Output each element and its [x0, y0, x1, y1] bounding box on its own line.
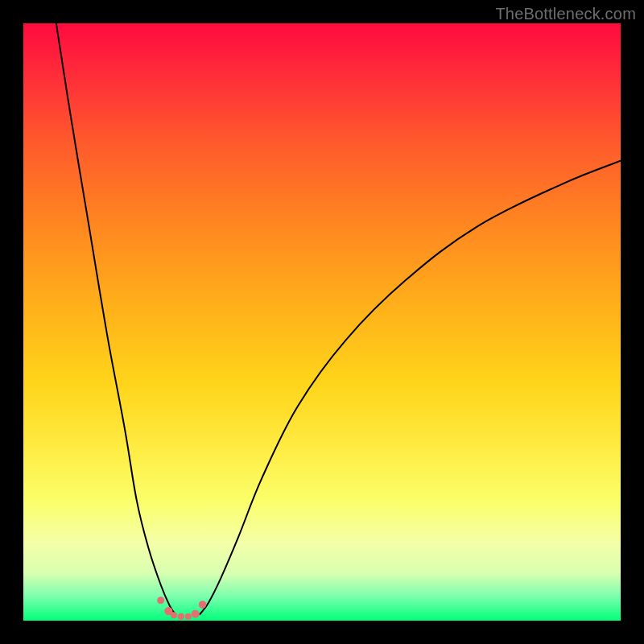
watermark-text: TheBottleneck.com — [495, 5, 636, 23]
trough-marker — [171, 612, 177, 618]
trough-marker — [157, 597, 164, 604]
chart-svg — [23, 23, 621, 621]
trough-markers — [157, 597, 206, 620]
curve-left-branch — [56, 23, 175, 615]
trough-marker — [185, 613, 192, 620]
curve-right-branch — [200, 161, 621, 615]
trough-marker — [178, 613, 184, 620]
trough-marker — [192, 610, 200, 618]
trough-marker — [199, 601, 207, 609]
